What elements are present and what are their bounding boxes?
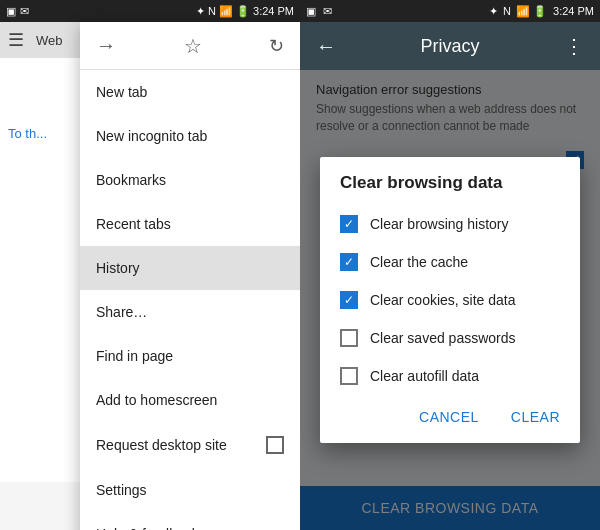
right-battery-icon: 🔋 [533,5,547,17]
menu-item-find-in-page[interactable]: Find in page [80,334,300,378]
message-icon: ✉ [20,5,29,18]
dialog-item-clear-cache[interactable]: ✓ Clear the cache [320,243,580,281]
menu-item-new-tab[interactable]: New tab [80,70,300,114]
time-left: 3:24 PM [253,5,294,17]
right-main: Navigation error suggestions Show sugges… [300,70,600,530]
right-signal-icon: 📶 [516,5,530,17]
screen-icon: ▣ [6,5,16,18]
right-status-right: ✦ N 📶 🔋 3:24 PM [489,5,594,18]
left-panel: ▣ ✉ ✦ N 📶 🔋 3:24 PM ☰ Web To th... → ☆ ↻… [0,0,300,530]
menu-item-request-desktop-site[interactable]: Request desktop site [80,422,300,468]
privacy-toolbar: ← Privacy ⋮ [300,22,600,70]
dropdown-menu: → ☆ ↻ New tab New incognito tab Bookmark… [80,22,300,530]
clear-button[interactable]: CLEAR [503,403,568,431]
right-screen-icon: ▣ [306,5,316,17]
dialog-item-clear-autofill[interactable]: Clear autofill data [320,357,580,395]
battery-icon: 🔋 [236,5,250,18]
dialog-item-clear-cookies[interactable]: ✓ Clear cookies, site data [320,281,580,319]
dialog-item-clear-passwords[interactable]: Clear saved passwords [320,319,580,357]
dialog-overlay: Clear browsing data ✓ Clear browsing his… [300,70,600,530]
notification-icon: N [208,5,216,17]
bluetooth-icon: ✦ [196,5,205,18]
right-status-left: ▣ ✉ [306,5,332,18]
right-panel: ▣ ✉ ✦ N 📶 🔋 3:24 PM ← Privacy ⋮ Navigati… [300,0,600,530]
signal-icon: 📶 [219,5,233,18]
more-button[interactable]: ⋮ [564,34,584,58]
menu-header: → ☆ ↻ [80,22,300,70]
clear-cache-checkbox[interactable]: ✓ [340,253,358,271]
clear-passwords-checkbox[interactable] [340,329,358,347]
right-message-icon: ✉ [323,5,332,17]
request-desktop-checkbox[interactable] [266,436,284,454]
status-bar-right: ✦ N 📶 🔋 3:24 PM [196,5,294,18]
clear-browsing-dialog: Clear browsing data ✓ Clear browsing his… [320,157,580,443]
privacy-title: Privacy [420,36,479,57]
right-notif-icon: N [503,5,511,17]
dialog-title: Clear browsing data [320,173,580,205]
clear-history-checkbox[interactable]: ✓ [340,215,358,233]
hamburger-icon[interactable]: ☰ [8,29,24,51]
dialog-actions: CANCEL CLEAR [320,395,580,435]
status-bar-left-icons: ▣ ✉ [6,5,29,18]
menu-item-add-to-homescreen[interactable]: Add to homescreen [80,378,300,422]
menu-reload-icon[interactable]: ↻ [269,35,284,57]
menu-item-recent-tabs[interactable]: Recent tabs [80,202,300,246]
clear-autofill-checkbox[interactable] [340,367,358,385]
tab-label[interactable]: Web [36,33,63,48]
right-bt-icon: ✦ [489,5,498,17]
menu-item-share[interactable]: Share… [80,290,300,334]
menu-item-history[interactable]: History [80,246,300,290]
right-status-bar: ▣ ✉ ✦ N 📶 🔋 3:24 PM [300,0,600,22]
menu-item-help-feedback[interactable]: Help & feedback [80,512,300,530]
menu-item-bookmarks[interactable]: Bookmarks [80,158,300,202]
cancel-button[interactable]: CANCEL [411,403,487,431]
back-button[interactable]: ← [316,35,336,58]
left-status-bar: ▣ ✉ ✦ N 📶 🔋 3:24 PM [0,0,300,22]
menu-star-icon[interactable]: ☆ [184,34,202,58]
dialog-item-clear-history[interactable]: ✓ Clear browsing history [320,205,580,243]
right-time: 3:24 PM [553,5,594,17]
clear-cookies-checkbox[interactable]: ✓ [340,291,358,309]
menu-item-settings[interactable]: Settings [80,468,300,512]
menu-forward-icon[interactable]: → [96,34,116,57]
menu-item-new-incognito-tab[interactable]: New incognito tab [80,114,300,158]
